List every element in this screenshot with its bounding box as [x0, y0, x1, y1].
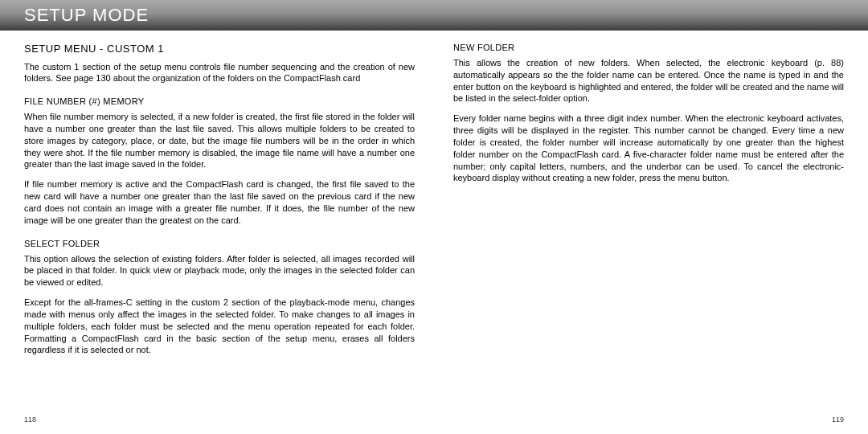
file-number-heading: FILE NUMBER (#) MEMORY — [24, 96, 415, 108]
page-spread: SETUP MENU - CUSTOM 1 The custom 1 secti… — [0, 31, 868, 402]
header-band: Setup Mode — [0, 0, 868, 31]
file-number-p2: If file number memory is active and the … — [24, 178, 415, 226]
page-number-left: 118 — [24, 415, 36, 424]
select-folder-p2: Except for the all-frames-C setting in t… — [24, 297, 415, 356]
left-intro: The custom 1 section of the setup menu c… — [24, 61, 415, 85]
header-title: Setup Mode — [24, 5, 149, 26]
file-number-p1: When file number memory is selected, if … — [24, 111, 415, 170]
left-section-title: SETUP MENU - CUSTOM 1 — [24, 42, 415, 56]
new-folder-heading: NEW FOLDER — [453, 42, 844, 54]
new-folder-p1: This allows the creation of new folders.… — [453, 57, 844, 104]
page-left: SETUP MENU - CUSTOM 1 The custom 1 secti… — [24, 42, 415, 402]
page-right: NEW FOLDER This allows the creation of n… — [453, 42, 844, 402]
select-folder-p1: This option allows the selection of exis… — [24, 253, 415, 289]
page-number-right: 119 — [832, 415, 844, 424]
new-folder-p2: Every folder name begins with a three di… — [453, 113, 844, 184]
select-folder-heading: SELECT FOLDER — [24, 238, 415, 250]
